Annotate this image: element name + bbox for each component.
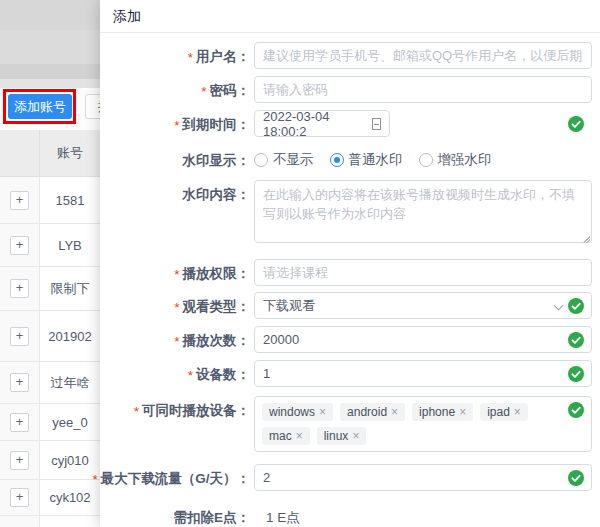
expand-row-icon[interactable]: + bbox=[10, 327, 29, 346]
required-mark: * bbox=[188, 368, 193, 383]
table-header-row: 账号 bbox=[0, 130, 100, 177]
device-tag-android: android × bbox=[340, 403, 405, 421]
form-row-watermark-content: 水印内容： bbox=[100, 180, 600, 247]
add-account-modal: 添加 * 用户名： * 密码： bbox=[100, 0, 600, 527]
form-row-view-type: * 观看类型： 下载观看 bbox=[100, 292, 600, 319]
device-tag-mac: mac × bbox=[262, 427, 310, 445]
page-header-band bbox=[0, 0, 100, 30]
table-toolbar: 添加账号 批 bbox=[0, 88, 100, 130]
table-row: + 1581 bbox=[0, 177, 100, 224]
play-permission-input[interactable] bbox=[254, 259, 592, 286]
form-row-play-permission: * 播放权限： bbox=[100, 259, 600, 286]
deduct-points-label: 需扣除E点： bbox=[173, 509, 250, 527]
form-row-password: * 密码： bbox=[100, 76, 600, 103]
max-download-label: 最大下载流量（G/天）： bbox=[101, 470, 250, 488]
view-type-value: 下载观看 bbox=[263, 297, 315, 315]
play-count-input[interactable] bbox=[254, 326, 592, 353]
add-account-form: * 用户名： * 密码： * bbox=[100, 33, 600, 527]
device-tag-ipad: ipad × bbox=[480, 403, 528, 421]
form-row-username: * 用户名： bbox=[100, 42, 600, 69]
required-mark: * bbox=[188, 50, 193, 65]
remove-tag-icon[interactable]: × bbox=[391, 405, 398, 419]
expand-row-icon[interactable]: + bbox=[10, 413, 29, 432]
expire-time-input[interactable]: 2022-03-04 18:00:2 bbox=[254, 110, 390, 137]
remove-tag-icon[interactable]: × bbox=[296, 429, 303, 443]
table-row: + 201902 bbox=[0, 311, 100, 362]
account-column-header: 账号 bbox=[40, 130, 100, 176]
radio-unchecked-icon bbox=[254, 153, 268, 167]
valid-check-icon bbox=[568, 298, 584, 314]
expand-row-icon[interactable]: + bbox=[10, 279, 29, 298]
add-account-button[interactable]: 添加账号 bbox=[8, 94, 72, 119]
accounts-table: 账号 + 1581 + LYB + 限制下 + 201902 + 过年啥 bbox=[0, 130, 100, 527]
remove-tag-icon[interactable]: × bbox=[514, 405, 521, 419]
account-cell: cyk102 bbox=[40, 480, 100, 515]
required-mark: * bbox=[92, 472, 97, 487]
screen: 添加账号 批 账号 + 1581 + LYB + 限制下 + 201902 bbox=[0, 0, 600, 527]
concurrent-devices-label: 可同时播放设备： bbox=[142, 402, 250, 420]
valid-check-icon bbox=[568, 470, 584, 486]
play-count-label: 播放次数： bbox=[183, 332, 251, 350]
account-cell: yee_0 bbox=[40, 404, 100, 440]
account-cell: 201902 bbox=[40, 311, 100, 361]
view-type-label: 观看类型： bbox=[183, 298, 251, 316]
account-cell: cyj010 bbox=[40, 441, 100, 479]
required-mark: * bbox=[201, 84, 206, 99]
expand-row-icon[interactable]: + bbox=[10, 451, 29, 470]
expand-row-icon[interactable]: + bbox=[10, 488, 29, 507]
table-row: + 过年啥 bbox=[0, 362, 100, 404]
play-permission-label: 播放权限： bbox=[183, 265, 251, 283]
radio-normal-watermark[interactable]: 普通水印 bbox=[330, 151, 403, 169]
expand-row-icon[interactable]: + bbox=[10, 236, 29, 255]
form-row-play-count: * 播放次数： bbox=[100, 326, 600, 353]
valid-check-icon bbox=[568, 366, 584, 382]
required-mark: * bbox=[174, 334, 179, 349]
page-light-band bbox=[0, 79, 100, 88]
username-label: 用户名： bbox=[196, 48, 250, 66]
concurrent-devices-multiselect[interactable]: windows × android × iphone × ipad bbox=[254, 396, 592, 452]
background-page: 添加账号 批 账号 + 1581 + LYB + 限制下 + 201902 bbox=[0, 0, 100, 527]
watermark-content-label: 水印内容： bbox=[183, 186, 251, 204]
form-row-max-download: * 最大下载流量（G/天）： bbox=[100, 464, 600, 491]
form-row-watermark-display: 水印显示： 不显示 普通水印 增强水印 bbox=[100, 146, 600, 173]
expire-time-label: 到期时间： bbox=[183, 116, 251, 134]
valid-check-icon bbox=[568, 116, 584, 132]
remove-tag-icon[interactable]: × bbox=[319, 405, 326, 419]
username-input[interactable] bbox=[254, 42, 592, 69]
radio-strong-watermark[interactable]: 增强水印 bbox=[419, 151, 492, 169]
table-row: + 限制下 bbox=[0, 267, 100, 311]
expand-row-icon[interactable]: + bbox=[10, 373, 29, 392]
form-row-expire-time: * 到期时间： 2022-03-04 18:00:2 bbox=[100, 110, 600, 137]
device-tag-iphone: iphone × bbox=[412, 403, 473, 421]
page-subheader-band bbox=[0, 30, 100, 64]
account-cell: 限制下 bbox=[40, 267, 100, 310]
account-cell: LYB bbox=[40, 224, 100, 266]
required-mark: * bbox=[174, 300, 179, 315]
view-type-select[interactable]: 下载观看 bbox=[254, 292, 592, 319]
password-label: 密码： bbox=[210, 82, 251, 100]
device-count-input[interactable] bbox=[254, 360, 592, 387]
expand-row-icon[interactable]: + bbox=[10, 191, 29, 210]
password-input[interactable] bbox=[254, 76, 592, 103]
modal-title: 添加 bbox=[100, 0, 600, 33]
expire-time-value: 2022-03-04 18:00:2 bbox=[263, 109, 371, 139]
max-download-input[interactable] bbox=[254, 464, 592, 491]
form-row-device-count: * 设备数： bbox=[100, 360, 600, 387]
valid-check-icon bbox=[568, 332, 584, 348]
table-row: + cyk102 bbox=[0, 480, 100, 516]
radio-no-watermark[interactable]: 不显示 bbox=[254, 151, 314, 169]
account-cell: 1581 bbox=[40, 177, 100, 223]
watermark-content-textarea[interactable] bbox=[254, 180, 592, 243]
resize-grip-icon[interactable] bbox=[582, 235, 590, 243]
valid-check-icon bbox=[568, 402, 584, 418]
deduct-points-value: 1 E点 bbox=[254, 503, 592, 527]
text-cursor-artifact-icon bbox=[372, 118, 381, 130]
required-mark: * bbox=[134, 404, 139, 419]
remove-tag-icon[interactable]: × bbox=[459, 405, 466, 419]
account-cell: 过年啥 bbox=[40, 362, 100, 403]
required-mark: * bbox=[174, 118, 179, 133]
form-row-concurrent-devices: * 可同时播放设备： windows × android × bbox=[100, 396, 600, 452]
table-row: + LYB bbox=[0, 224, 100, 267]
device-tag-windows: windows × bbox=[262, 403, 333, 421]
remove-tag-icon[interactable]: × bbox=[352, 429, 359, 443]
